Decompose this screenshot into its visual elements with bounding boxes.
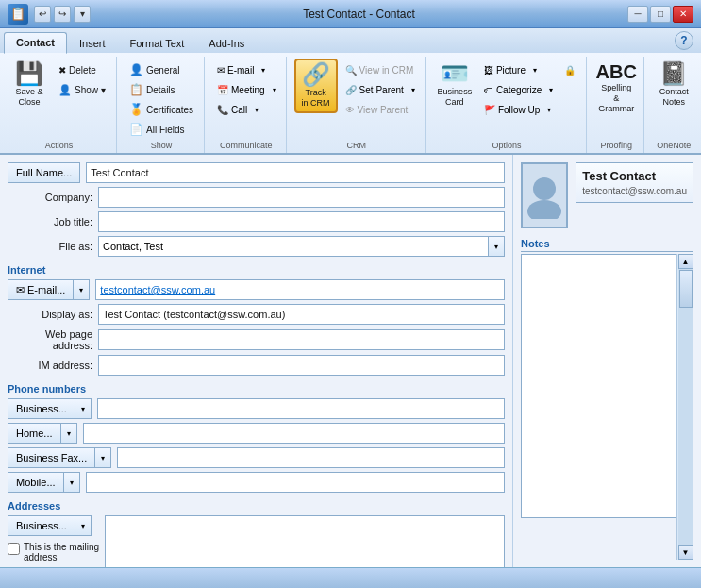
business-phone-dropdown[interactable]: ▾ <box>75 398 92 419</box>
tab-format-text[interactable]: Format Text <box>117 33 196 54</box>
delete-icon: ✖ <box>58 65 66 76</box>
meeting-main-button[interactable]: 📅 Meeting <box>212 80 269 99</box>
business-card-button[interactable]: 🪪 BusinessCard <box>433 59 476 111</box>
webpage-label: Web page address: <box>8 328 92 351</box>
bizfax-input[interactable] <box>117 447 505 468</box>
details-icon: 📋 <box>129 83 143 96</box>
addr-split: Business... ▾ <box>8 515 99 536</box>
company-input[interactable] <box>98 187 505 208</box>
spelling-button[interactable]: ABC Spelling &Grammar <box>594 59 638 117</box>
all-fields-button[interactable]: 📄 All Fields <box>125 120 198 139</box>
view-in-crm-button[interactable]: 🔍 View in CRM <box>341 60 419 79</box>
picture-button[interactable]: 🖼 Picture <box>479 60 529 79</box>
scroll-thumb[interactable] <box>679 270 693 308</box>
home-phone-dropdown[interactable]: ▾ <box>60 423 77 444</box>
follow-up-dropdown[interactable]: ▾ <box>543 100 555 119</box>
ribbon: 💾 Save &Close ✖ Delete 👤 Show ▾ Actions <box>0 53 701 155</box>
notes-textarea[interactable] <box>521 254 676 518</box>
window-title: Test Contact - Contact <box>91 8 627 21</box>
addresses-section-header: Addresses <box>8 500 505 512</box>
phone-section-header: Phone numbers <box>8 383 505 395</box>
view-parent-button[interactable]: 👁 View Parent <box>341 100 419 119</box>
full-name-input[interactable] <box>86 162 505 183</box>
status-bar <box>0 567 701 588</box>
bizfax-dropdown[interactable]: ▾ <box>94 447 111 468</box>
meeting-split-button: 📅 Meeting ▾ <box>212 80 280 99</box>
fileas-input[interactable] <box>98 236 488 257</box>
window-controls: ─ □ ✕ <box>627 6 693 23</box>
picture-dropdown[interactable]: ▾ <box>529 60 541 79</box>
contact-notes-button[interactable]: 📓 ContactNotes <box>652 59 695 111</box>
scroll-down-button[interactable]: ▼ <box>678 545 693 560</box>
bizfax-btn[interactable]: Business Fax... <box>8 447 94 468</box>
show-group-label: Show <box>125 139 198 151</box>
show-group: 👤 General 📋 Details 🏅 Certificates 📄 All… <box>119 57 205 153</box>
categorize-dropdown[interactable]: ▾ <box>545 80 557 99</box>
addr-dropdown[interactable]: ▾ <box>75 515 92 536</box>
proofing-group-label: Proofing <box>594 139 638 151</box>
details-button[interactable]: 📋 Details <box>125 80 198 99</box>
email-dropdown-btn[interactable]: ▾ <box>73 279 90 300</box>
email-dropdown-button[interactable]: ▾ <box>258 60 269 79</box>
set-parent-button[interactable]: 🔗 Set Parent <box>341 80 408 99</box>
set-parent-dropdown[interactable]: ▾ <box>408 80 419 99</box>
contact-info-box: Test Contact testcontact@ssw.com.au <box>576 162 693 203</box>
options-group: 🪪 BusinessCard 🖼 Picture ▾ 🏷 Categorize <box>427 57 587 153</box>
general-button[interactable]: 👤 General <box>125 60 198 79</box>
business-phone-btn[interactable]: Business... <box>8 398 75 419</box>
maximize-button[interactable]: □ <box>650 6 671 23</box>
email-btn[interactable]: ✉ E-mail... <box>8 279 73 300</box>
undo-button[interactable]: ↩ <box>34 6 51 23</box>
private-icon: 🔒 <box>564 65 576 76</box>
show-dropdown-icon: ▾ <box>101 85 106 95</box>
meeting-dropdown-button[interactable]: ▾ <box>269 80 280 99</box>
fileas-dropdown-button[interactable]: ▾ <box>488 236 505 257</box>
business-phone-input[interactable] <box>97 398 505 419</box>
home-phone-input[interactable] <box>83 423 505 444</box>
redo-button[interactable]: ↪ <box>54 6 71 23</box>
mailing-label: This is the mailingaddress <box>24 542 99 563</box>
call-main-button[interactable]: 📞 Call <box>212 100 251 119</box>
tab-add-ins[interactable]: Add-Ins <box>196 33 257 54</box>
email-main-button[interactable]: ✉ E-mail <box>212 60 258 79</box>
tab-insert[interactable]: Insert <box>67 33 118 54</box>
svg-point-1 <box>527 200 561 219</box>
categorize-button[interactable]: 🏷 Categorize <box>479 80 545 99</box>
call-dropdown-button[interactable]: ▾ <box>251 100 262 119</box>
mobile-btn[interactable]: Mobile... <box>8 472 63 493</box>
proofing-group: ABC Spelling &Grammar Proofing <box>589 57 644 153</box>
close-button[interactable]: ✕ <box>673 6 693 23</box>
mobile-input[interactable] <box>86 472 505 493</box>
webpage-input[interactable] <box>98 329 505 350</box>
tab-contact[interactable]: Contact <box>4 32 67 54</box>
display-row: Display as: <box>8 304 505 325</box>
addr-btn[interactable]: Business... <box>8 515 75 536</box>
show-button[interactable]: 👤 Show ▾ <box>54 80 110 99</box>
notes-section: Notes ▲ ▼ <box>521 238 693 560</box>
mobile-dropdown[interactable]: ▾ <box>63 472 80 493</box>
save-close-button[interactable]: 💾 Save &Close <box>8 59 51 111</box>
certificates-button[interactable]: 🏅 Certificates <box>125 100 198 119</box>
delete-button[interactable]: ✖ Delete <box>54 60 110 79</box>
address-textarea[interactable] <box>105 515 505 567</box>
follow-up-button[interactable]: 🚩 Follow Up <box>479 100 543 119</box>
display-input[interactable] <box>98 304 505 325</box>
ribbon-tabs: Contact Insert Format Text Add-Ins ? <box>0 28 701 53</box>
mailing-checkbox[interactable] <box>8 543 20 555</box>
im-input[interactable] <box>98 355 505 376</box>
mobile-row: Mobile... ▾ <box>8 472 505 493</box>
business-card-icon: 🪪 <box>441 62 469 85</box>
email-input[interactable] <box>95 279 505 300</box>
full-name-button[interactable]: Full Name... <box>8 162 80 183</box>
call-split-button: 📞 Call ▾ <box>212 100 280 119</box>
track-in-crm-button[interactable]: 🔗 Trackin CRM <box>294 59 338 113</box>
onenote-group-label: OneNote <box>652 139 695 151</box>
qs-dropdown-button[interactable]: ▾ <box>74 6 91 23</box>
home-phone-btn[interactable]: Home... <box>8 423 60 444</box>
minimize-button[interactable]: ─ <box>627 6 648 23</box>
help-button[interactable]: ? <box>675 31 693 50</box>
private-button[interactable]: 🔒 <box>559 60 580 79</box>
jobtitle-input[interactable] <box>98 211 505 232</box>
scroll-up-button[interactable]: ▲ <box>678 254 693 269</box>
show-group-content: 👤 General 📋 Details 🏅 Certificates 📄 All… <box>125 59 198 139</box>
